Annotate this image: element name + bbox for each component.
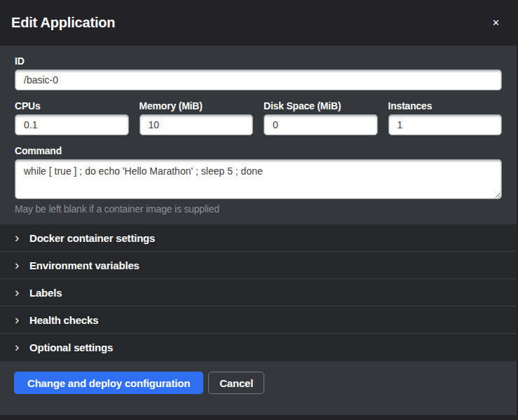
command-help-text: May be left blank if a container image i…: [15, 203, 502, 217]
id-label: ID: [15, 55, 502, 69]
id-input[interactable]: [15, 69, 502, 90]
modal-header: Edit Application ✕: [0, 0, 517, 46]
section-environment-variables[interactable]: › Environment variables: [0, 252, 517, 279]
application-form: ID CPUs Memory (MiB) Disk Space (MiB) In…: [0, 46, 517, 224]
instances-label: Instances: [388, 100, 503, 114]
chevron-right-icon: ›: [15, 340, 24, 353]
cpus-field-group: CPUs: [15, 100, 129, 135]
close-icon[interactable]: ✕: [488, 15, 504, 30]
chevron-right-icon: ›: [15, 231, 24, 244]
collapsible-sections: › Docker container settings › Environmen…: [0, 224, 517, 361]
section-optional-settings[interactable]: › Optional settings: [0, 334, 517, 361]
cpus-label: CPUs: [15, 100, 129, 114]
command-field-group: Command while [ true ] ; do echo 'Hello …: [15, 145, 502, 217]
resources-row: CPUs Memory (MiB) Disk Space (MiB) Insta…: [15, 100, 502, 145]
chevron-right-icon: ›: [15, 313, 24, 326]
cancel-button[interactable]: Cancel: [208, 372, 264, 394]
section-docker-container-settings[interactable]: › Docker container settings: [0, 224, 517, 252]
section-label: Health checks: [29, 314, 98, 326]
chevron-right-icon: ›: [15, 285, 24, 299]
chevron-right-icon: ›: [15, 258, 24, 271]
disk-label: Disk Space (MiB): [264, 100, 378, 114]
memory-field-group: Memory (MiB): [139, 100, 254, 135]
section-label: Optional settings: [29, 341, 113, 353]
command-label: Command: [15, 145, 502, 159]
section-label: Docker container settings: [29, 232, 155, 244]
section-labels[interactable]: › Labels: [0, 279, 517, 306]
instances-input[interactable]: [388, 114, 503, 135]
section-label: Environment variables: [29, 259, 139, 271]
modal-footer: Change and deploy configuration Cancel: [0, 361, 517, 405]
memory-input[interactable]: [139, 114, 254, 135]
memory-label: Memory (MiB): [139, 100, 254, 114]
edit-application-modal: Edit Application ✕ ID CPUs Memory (MiB) …: [0, 0, 517, 415]
disk-input[interactable]: [264, 114, 378, 135]
cpus-input[interactable]: [15, 114, 129, 135]
command-textarea[interactable]: while [ true ] ; do echo 'Hello Marathon…: [15, 159, 502, 199]
id-field-group: ID: [15, 55, 502, 90]
section-health-checks[interactable]: › Health checks: [0, 306, 517, 334]
instances-field-group: Instances: [388, 100, 503, 135]
change-and-deploy-button[interactable]: Change and deploy configuration: [14, 372, 203, 394]
disk-field-group: Disk Space (MiB): [264, 100, 378, 135]
page-title: Edit Application: [11, 15, 115, 31]
section-label: Labels: [29, 287, 62, 299]
